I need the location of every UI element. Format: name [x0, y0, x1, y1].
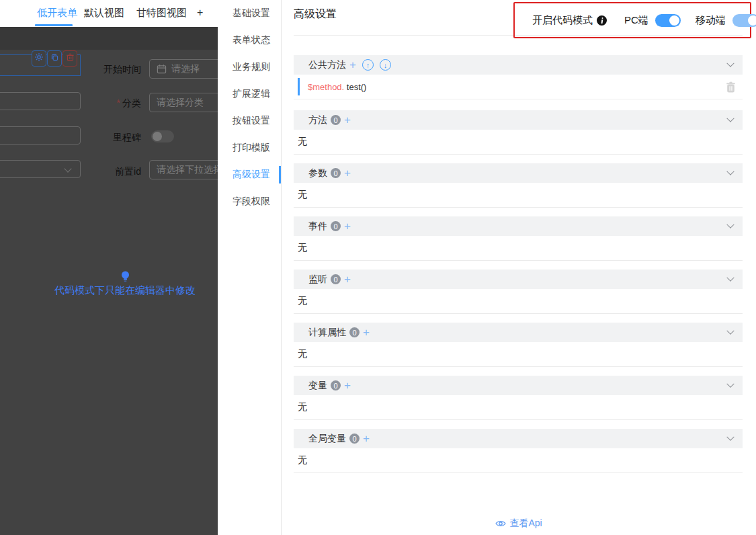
- section-header[interactable]: 变量 0 +: [294, 376, 743, 395]
- predecessor-placeholder: 请选择下拉选择: [157, 164, 218, 176]
- trash-icon: [66, 52, 75, 65]
- add-button[interactable]: +: [344, 114, 351, 126]
- public-method-entry[interactable]: $method. test(): [294, 75, 743, 99]
- menu-item-basic-settings[interactable]: 基础设置: [218, 0, 281, 27]
- section-header[interactable]: 方法 0 +: [294, 110, 743, 130]
- section-title: 参数: [308, 167, 327, 179]
- active-menu-indicator: [279, 166, 281, 183]
- menu-item-field-permissions[interactable]: 字段权限: [218, 188, 281, 215]
- method-code: $method. test(): [308, 82, 366, 92]
- add-public-method-button[interactable]: +: [349, 59, 356, 71]
- milestone-toggle: [151, 130, 174, 142]
- menu-item-form-status[interactable]: 表单状态: [218, 27, 281, 54]
- view-api-link[interactable]: 查看Api: [282, 518, 756, 530]
- drawer-scrim[interactable]: 开始时间 请选择 *分类 请选择分类 里程碑 前置id 请选择下拉选择 代码模式…: [0, 27, 218, 535]
- view-api-text: 查看Api: [509, 518, 542, 530]
- count-badge: 0: [349, 434, 360, 444]
- gear-icon: [34, 52, 44, 65]
- chevron-down-icon[interactable]: [726, 433, 734, 440]
- app-window: 低开表单 默认视图 甘特图视图 +: [0, 0, 756, 535]
- section-header-public-methods[interactable]: 公共方法 + ↑ ↓: [294, 55, 743, 75]
- toggle-knob: [153, 132, 162, 141]
- tab-default-view[interactable]: 默认视图: [84, 7, 124, 19]
- add-button[interactable]: +: [344, 167, 351, 179]
- section-empty-text: 无: [294, 342, 743, 367]
- count-badge: 0: [349, 327, 360, 337]
- annotation-box: 开启代码模式 PC端 移动端: [513, 2, 751, 38]
- section-title: 全局变量: [308, 433, 346, 445]
- settings-sections: 公共方法 + ↑ ↓ $method. test() 方法 0 +: [294, 55, 743, 473]
- code-mode-hint-text: 代码模式下只能在编辑器中修改: [0, 284, 218, 297]
- add-button[interactable]: +: [344, 220, 351, 232]
- section-header[interactable]: 参数 0 +: [294, 163, 743, 183]
- entry-accent-bar: [298, 78, 300, 95]
- section-methods: 方法 0 + 无: [294, 110, 743, 155]
- designer-toolbar-dimmed: [0, 27, 218, 50]
- pc-toggle-label: PC端: [624, 14, 648, 27]
- section-empty-text: 无: [294, 183, 743, 208]
- menu-item-print-template[interactable]: 打印模版: [218, 134, 281, 161]
- start-time-label: 开始时间: [67, 64, 141, 76]
- info-icon[interactable]: [597, 15, 607, 26]
- section-title: 方法: [308, 114, 327, 126]
- chevron-down-icon[interactable]: [726, 327, 734, 334]
- count-badge: 0: [331, 115, 341, 125]
- section-title: 监听: [308, 274, 327, 286]
- pc-toggle[interactable]: [655, 14, 681, 27]
- advanced-settings-panel: 高级设置 开启代码模式 PC端 移动端 公共方法 + ↑ ↓: [282, 0, 756, 535]
- count-badge: 0: [331, 274, 341, 284]
- section-header[interactable]: 事件 0 +: [294, 216, 743, 236]
- count-badge: 0: [331, 221, 341, 231]
- section-empty-text: 无: [294, 395, 743, 420]
- section-header[interactable]: 计算属性 0 +: [294, 323, 743, 342]
- mobile-toggle-label: 移动端: [696, 14, 726, 27]
- settings-menu: 基础设置 表单状态 业务规则 扩展逻辑 按钮设置 打印模版 高级设置 字段权限: [218, 0, 282, 535]
- view-tabbar: 低开表单 默认视图 甘特图视图 +: [0, 0, 218, 27]
- move-down-icon[interactable]: ↓: [380, 59, 391, 71]
- calendar-icon: [157, 64, 167, 74]
- mobile-toggle[interactable]: [732, 14, 756, 27]
- count-badge: 0: [331, 380, 341, 390]
- category-select-input: 请选择分类: [149, 93, 218, 112]
- section-title: 变量: [308, 380, 327, 392]
- chevron-down-icon[interactable]: [726, 59, 734, 67]
- panel-title: 高级设置: [294, 7, 337, 22]
- delete-entry-icon[interactable]: [726, 81, 736, 93]
- required-mark: *: [117, 97, 120, 108]
- add-button[interactable]: +: [363, 327, 370, 338]
- menu-item-button-settings[interactable]: 按钮设置: [218, 108, 281, 134]
- section-params: 参数 0 + 无: [294, 163, 743, 208]
- section-watchers: 监听 0 + 无: [294, 270, 743, 314]
- widget-copy-button: [47, 50, 62, 67]
- menu-item-extended-logic[interactable]: 扩展逻辑: [218, 81, 281, 108]
- category-placeholder: 请选择分类: [157, 97, 204, 109]
- chevron-down-icon[interactable]: [726, 167, 734, 175]
- section-global-variables: 全局变量 0 + 无: [294, 429, 743, 473]
- category-label: *分类: [67, 97, 141, 110]
- section-empty-text: 无: [294, 236, 743, 261]
- move-up-icon[interactable]: ↑: [362, 59, 374, 71]
- chevron-down-icon[interactable]: [726, 220, 734, 228]
- add-view-tab-button[interactable]: +: [197, 7, 203, 19]
- tab-gantt-view[interactable]: 甘特图视图: [136, 7, 187, 19]
- section-events: 事件 0 + 无: [294, 216, 743, 261]
- milestone-label: 里程碑: [67, 132, 141, 144]
- section-header[interactable]: 监听 0 +: [294, 270, 743, 289]
- start-time-placeholder: 请选择: [171, 63, 200, 75]
- chevron-down-icon[interactable]: [726, 380, 734, 387]
- menu-item-advanced-settings[interactable]: 高级设置: [218, 161, 281, 188]
- section-title: 公共方法: [308, 59, 346, 71]
- add-button[interactable]: +: [344, 274, 351, 285]
- tab-low-code-form[interactable]: 低开表单: [37, 7, 77, 19]
- section-empty-text: 无: [294, 289, 743, 314]
- bulb-icon: [121, 274, 130, 285]
- predecessor-select-input: 请选择下拉选择: [149, 160, 218, 179]
- menu-item-business-rules[interactable]: 业务规则: [218, 54, 281, 81]
- add-button[interactable]: +: [363, 433, 370, 444]
- chevron-down-icon[interactable]: [726, 114, 734, 122]
- add-button[interactable]: +: [344, 380, 351, 391]
- section-empty-text: 无: [294, 448, 743, 473]
- chevron-down-icon[interactable]: [726, 274, 734, 281]
- section-header[interactable]: 全局变量 0 +: [294, 429, 743, 448]
- section-title: 事件: [308, 220, 327, 233]
